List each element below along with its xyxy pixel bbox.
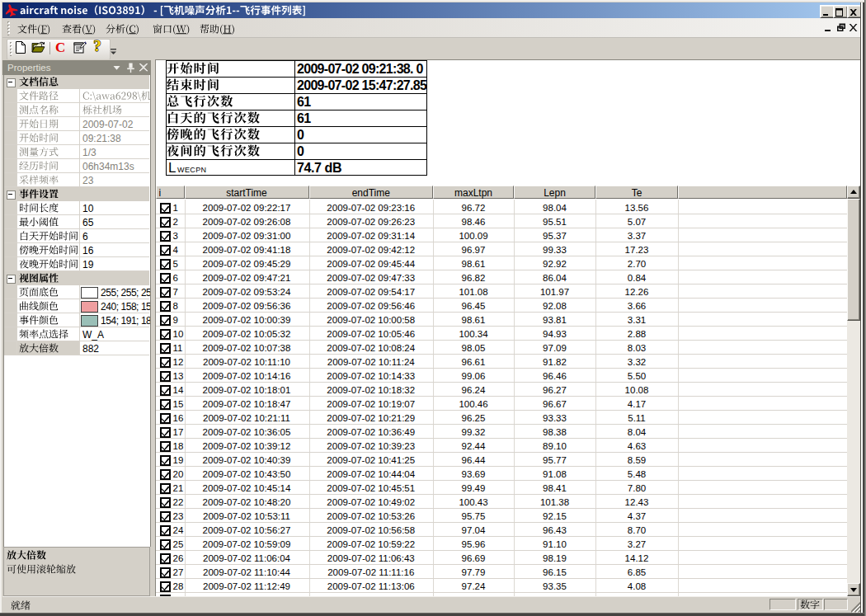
svg-text:?: ? bbox=[93, 40, 101, 54]
